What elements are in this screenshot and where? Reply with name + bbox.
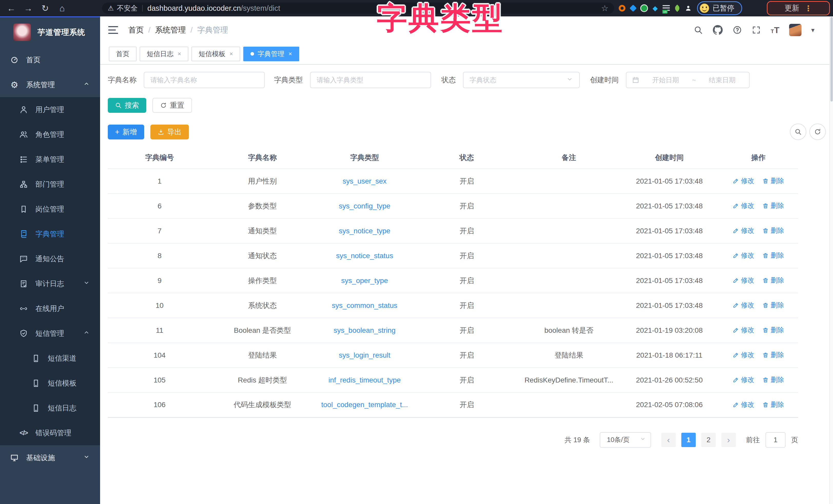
delete-link[interactable]: 删除: [762, 226, 784, 235]
sidebar-item-dict[interactable]: 字典管理: [0, 222, 100, 246]
delete-link[interactable]: 删除: [762, 276, 784, 285]
delete-link[interactable]: 删除: [762, 350, 784, 359]
breadcrumb-item[interactable]: 系统管理: [155, 25, 186, 35]
date-range-picker[interactable]: 开始日期 ~ 结束日期: [626, 72, 749, 88]
browser-home-icon[interactable]: ⌂: [56, 3, 68, 13]
add-button[interactable]: + 新增: [108, 125, 144, 140]
extension-icon[interactable]: [618, 4, 626, 12]
security-label[interactable]: 不安全: [117, 4, 138, 13]
edit-link[interactable]: 修改: [733, 400, 754, 409]
dict-type-link[interactable]: tool_codegen_template_t...: [321, 401, 408, 409]
extension-icon[interactable]: [640, 4, 648, 12]
scrollbar-thumb[interactable]: [830, 17, 833, 102]
sidebar-item-notice[interactable]: 通知公告: [0, 246, 100, 271]
address-bar[interactable]: ⚠ 不安全 dashboard.yudao.iocoder.cn /system…: [102, 3, 614, 14]
github-icon[interactable]: [713, 25, 723, 35]
dict-type-link[interactable]: sys_boolean_string: [334, 326, 396, 334]
extension-icon[interactable]: on: [662, 4, 670, 12]
delete-link[interactable]: 删除: [762, 375, 784, 384]
dict-type-link[interactable]: sys_common_status: [332, 301, 397, 309]
bookmark-star-icon[interactable]: ☆: [601, 3, 609, 13]
edit-link[interactable]: 修改: [733, 276, 754, 285]
dict-type-link[interactable]: sys_notice_status: [336, 252, 393, 260]
dict-type-link[interactable]: sys_config_type: [339, 202, 390, 210]
tab-dict[interactable]: 字典管理×: [243, 47, 299, 61]
page-scrollbar[interactable]: [829, 17, 833, 504]
delete-link[interactable]: 删除: [762, 251, 784, 260]
delete-link[interactable]: 删除: [762, 176, 784, 185]
refresh-button[interactable]: [809, 124, 826, 140]
font-size-icon[interactable]: TT: [771, 25, 779, 35]
help-icon[interactable]: [733, 25, 742, 34]
sidebar-item-sms-template[interactable]: 短信模板: [0, 371, 100, 396]
sidebar-item-post[interactable]: 岗位管理: [0, 197, 100, 222]
browser-forward-icon[interactable]: →: [23, 3, 34, 13]
delete-link[interactable]: 删除: [762, 201, 784, 210]
delete-link[interactable]: 删除: [762, 326, 784, 334]
sidebar-item-home[interactable]: 首页: [0, 47, 100, 72]
fullscreen-icon[interactable]: [752, 25, 761, 34]
sidebar-item-dept[interactable]: 部门管理: [0, 172, 100, 197]
close-icon[interactable]: ×: [230, 50, 233, 57]
dict-type-link[interactable]: sys_login_result: [339, 351, 390, 359]
tab-sms-template[interactable]: 短信模板×: [191, 47, 240, 61]
dict-type-link[interactable]: inf_redis_timeout_type: [329, 376, 401, 384]
delete-link[interactable]: 删除: [762, 301, 784, 310]
dict-type-link[interactable]: sys_notice_type: [339, 227, 390, 235]
sidebar-item-user[interactable]: 用户管理: [0, 97, 100, 122]
page-button-2[interactable]: 2: [701, 433, 716, 447]
delete-link[interactable]: 删除: [762, 400, 784, 409]
edit-link[interactable]: 修改: [733, 176, 754, 185]
extension-icon[interactable]: [673, 4, 682, 12]
browser-reload-icon[interactable]: ↻: [40, 3, 51, 13]
show-search-button[interactable]: [790, 124, 806, 140]
edit-link[interactable]: 修改: [733, 201, 754, 210]
chevron-down-icon[interactable]: ▾: [811, 26, 814, 34]
dict-type-link[interactable]: sys_oper_type: [341, 277, 388, 284]
goto-page-input[interactable]: [765, 432, 786, 448]
prev-page-button[interactable]: ‹: [661, 433, 676, 447]
close-icon[interactable]: ×: [177, 50, 181, 57]
user-avatar[interactable]: [789, 24, 802, 36]
page-size-select[interactable]: 10条/页: [600, 432, 651, 448]
app-logo[interactable]: 芋道管理系统: [0, 17, 100, 47]
reset-button[interactable]: 重置: [152, 98, 192, 113]
export-button[interactable]: 导出: [150, 125, 189, 140]
sidebar-item-sms-channel[interactable]: 短信渠道: [0, 346, 100, 371]
sidebar-item-sms[interactable]: 短信管理: [0, 321, 100, 346]
status-select[interactable]: 字典状态: [463, 72, 580, 88]
sidebar-item-online-user[interactable]: 在线用户: [0, 296, 100, 321]
sidebar-item-audit-log[interactable]: 审计日志: [0, 271, 100, 296]
sidebar-item-role[interactable]: 角色管理: [0, 122, 100, 147]
tab-sms-log[interactable]: 短信日志×: [140, 47, 188, 61]
edit-link[interactable]: 修改: [733, 350, 754, 359]
edit-link[interactable]: 修改: [733, 226, 754, 235]
edit-link[interactable]: 修改: [733, 375, 754, 384]
edit-link[interactable]: 修改: [733, 251, 754, 260]
dict-type-input[interactable]: [310, 72, 431, 88]
sidebar-item-infra[interactable]: 基础设施: [0, 445, 100, 470]
sidebar-item-sms-log[interactable]: 短信日志: [0, 396, 100, 421]
dict-type-link[interactable]: sys_user_sex: [342, 177, 386, 185]
next-page-button[interactable]: ›: [721, 433, 736, 447]
browser-update-button[interactable]: 更新 ⋮: [767, 1, 830, 16]
edit-link[interactable]: 修改: [733, 326, 754, 334]
search-icon[interactable]: [694, 25, 703, 34]
breadcrumb-item[interactable]: 首页: [128, 25, 144, 35]
extension-icon[interactable]: [684, 4, 693, 12]
sidebar-item-system[interactable]: ⚙系统管理: [0, 72, 100, 97]
dict-name-input[interactable]: [144, 72, 265, 88]
browser-profile-paused-badge[interactable]: 已暂停: [697, 1, 742, 15]
browser-back-icon[interactable]: ←: [6, 3, 17, 13]
browser-menu-icon[interactable]: ⋮: [805, 4, 812, 13]
extension-icon[interactable]: ◆: [651, 4, 660, 12]
search-button[interactable]: 搜索: [108, 98, 146, 113]
extension-icon[interactable]: [629, 4, 638, 12]
edit-link[interactable]: 修改: [733, 301, 754, 310]
sidebar-item-error-code[interactable]: </>错误码管理: [0, 421, 100, 445]
page-button-1[interactable]: 1: [681, 433, 696, 447]
sidebar-item-menu[interactable]: 菜单管理: [0, 147, 100, 172]
tab-home[interactable]: 首页: [109, 47, 137, 61]
close-icon[interactable]: ×: [288, 50, 292, 57]
collapse-sidebar-icon[interactable]: [108, 26, 118, 34]
